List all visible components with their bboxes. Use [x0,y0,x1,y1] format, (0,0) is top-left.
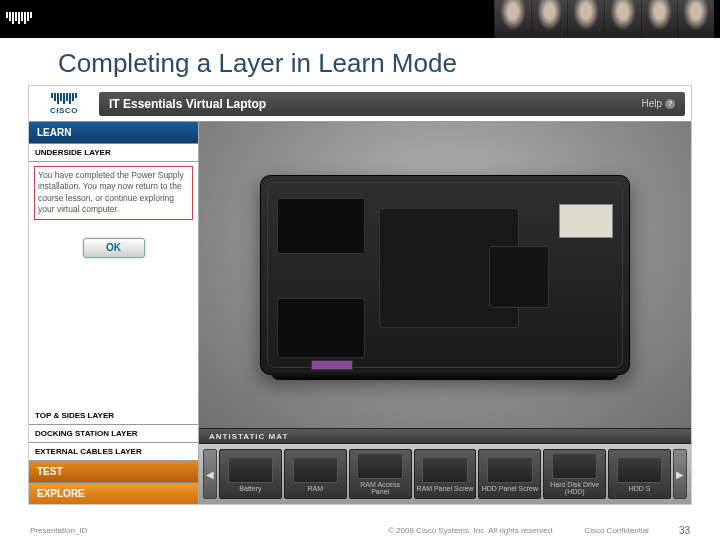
laptop-viewport[interactable] [199,122,691,428]
footer-page-number: 33 [679,525,690,536]
hdd-thumb-icon [552,453,597,479]
battery-thumb-icon [228,457,273,483]
spec-sticker [559,204,613,238]
screw-thumb-icon [487,457,532,483]
layer-external-cables[interactable]: EXTERNAL CABLES LAYER [29,443,198,461]
cisco-logo-top [6,12,32,26]
component-bay[interactable] [277,298,365,358]
mode-tab-learn[interactable]: LEARN [29,122,198,144]
footer-copyright: © 2008 Cisco Systems, Inc. All rights re… [388,526,554,535]
completion-message: You have completed the Power Supply inst… [34,166,193,220]
layer-top-sides[interactable]: TOP & SIDES LAYER [29,407,198,425]
ram-bay[interactable] [489,246,549,308]
tray-label: RAM Panel Screw [417,485,474,492]
layer-underside[interactable]: UNDERSIDE LAYER [29,144,198,162]
battery-bay[interactable] [277,198,365,254]
mode-tab-test[interactable]: TEST [29,461,198,483]
tray-label: HDD Panel Screw [482,485,538,492]
antistatic-mat-label: ANTISTATIC MAT [199,428,691,444]
help-label: Help [641,98,662,109]
tray-next-button[interactable]: ▶ [673,449,687,499]
help-button[interactable]: Help ? [641,98,675,109]
app-title: IT Essentials Virtual Laptop [109,97,266,111]
cisco-bars-icon [6,12,32,24]
header-photo-strip [494,0,714,38]
layer-content-panel: You have completed the Power Supply inst… [29,162,198,407]
tray-label: RAM Access Panel [352,481,409,495]
help-icon: ? [665,99,675,109]
main-panel: ANTISTATIC MAT ◀ Battery RAM RAM Access … [199,122,691,504]
tray-item-battery[interactable]: Battery [219,449,282,499]
layer-docking-station[interactable]: DOCKING STATION LAYER [29,425,198,443]
sidebar: LEARN UNDERSIDE LAYER You have completed… [29,122,199,504]
footer-presentation-id: Presentation_ID [30,526,87,535]
slide-topbar [0,0,720,38]
tray-label: Hard Disk Drive (HDD) [546,481,603,495]
screw-thumb-icon [422,457,467,483]
tray-prev-button[interactable]: ◀ [203,449,217,499]
tray-item-ram-screw[interactable]: RAM Panel Screw [414,449,477,499]
tray-item-hdd[interactable]: Hard Disk Drive (HDD) [543,449,606,499]
hdd-thumb-icon [617,457,662,483]
mode-tab-explore[interactable]: EXPLORE [29,483,198,504]
tray-label: RAM [308,485,324,492]
footer-confidential: Cisco Confidential [584,526,648,535]
laptop-underside[interactable] [260,175,630,375]
cisco-bars-icon [51,93,77,104]
app-header: CISCO IT Essentials Virtual Laptop Help … [29,86,691,122]
panel-thumb-icon [357,453,402,479]
tray-item-ram[interactable]: RAM [284,449,347,499]
cisco-logo-app: CISCO [29,93,99,115]
tray-item-hdd-screw[interactable]: HDD Panel Screw [478,449,541,499]
app-titlebar: IT Essentials Virtual Laptop Help ? [99,92,685,116]
cisco-logo-text: CISCO [50,106,78,115]
ram-thumb-icon [293,457,338,483]
slide-footer: Presentation_ID © 2008 Cisco Systems, In… [0,525,720,536]
virtual-laptop-app: CISCO IT Essentials Virtual Laptop Help … [28,85,692,505]
component-tray: ◀ Battery RAM RAM Access Panel RAM Panel… [199,444,691,504]
tray-item-ram-panel[interactable]: RAM Access Panel [349,449,412,499]
tray-label: Battery [239,485,261,492]
parallel-port [311,360,353,370]
tray-item-hdd-s[interactable]: HDD S [608,449,671,499]
laptop-hinge [271,370,619,380]
slide-title: Completing a Layer in Learn Mode [0,38,720,85]
ok-button[interactable]: OK [83,238,145,258]
tray-label: HDD S [629,485,651,492]
app-body: LEARN UNDERSIDE LAYER You have completed… [29,122,691,504]
